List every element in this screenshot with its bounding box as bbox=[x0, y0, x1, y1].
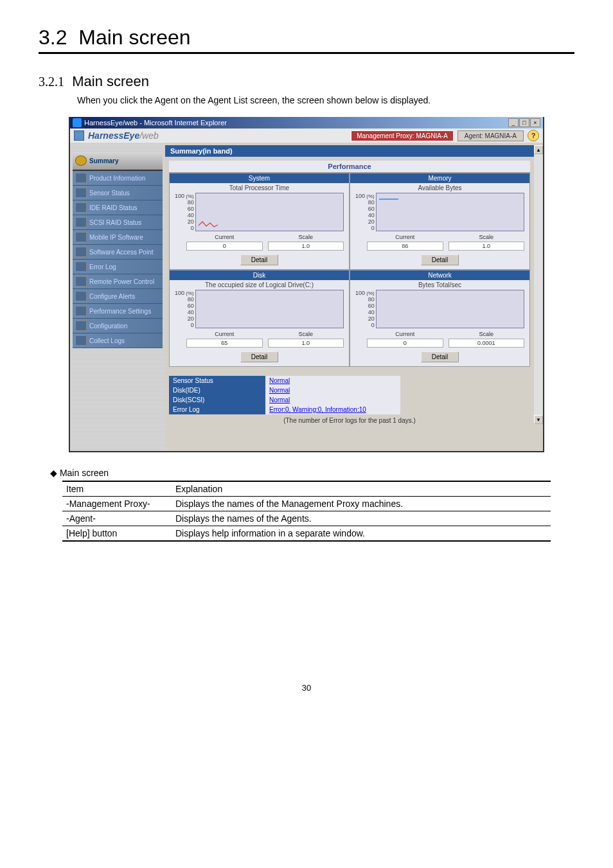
current-value: 0 bbox=[367, 339, 443, 348]
table-cell-explanation: Displays the names of the Management Pro… bbox=[172, 497, 551, 511]
y-tick: 60 bbox=[355, 303, 375, 309]
section-name: Main screen bbox=[78, 26, 190, 49]
detail-button[interactable]: Detail bbox=[421, 254, 459, 265]
status-label: Disk(IDE) bbox=[169, 385, 265, 395]
page-number: 30 bbox=[39, 683, 574, 693]
config-icon bbox=[75, 321, 87, 331]
disk-icon bbox=[75, 217, 87, 227]
maximize-button[interactable]: □ bbox=[519, 118, 529, 127]
y-tick: 100 bbox=[175, 193, 194, 199]
y-tick: 0 bbox=[355, 225, 375, 231]
table-row: Sensor StatusNormal bbox=[169, 376, 400, 385]
detail-button[interactable]: Detail bbox=[421, 351, 459, 362]
screenshot: HarnessEye/web - Microsoft Internet Expl… bbox=[69, 117, 544, 452]
current-label: Current bbox=[367, 331, 443, 337]
subsection-name: Main screen bbox=[72, 73, 149, 89]
alert-icon bbox=[75, 291, 87, 301]
sidebar-item-perf-settings[interactable]: Performance Settings bbox=[73, 304, 163, 319]
logs-note: (The number of Error logs for the past 1… bbox=[169, 417, 530, 424]
main-panel: Summary(in band) Performance System Tota… bbox=[165, 143, 543, 451]
scroll-down-icon[interactable]: ▼ bbox=[534, 415, 543, 424]
status-link[interactable]: Normal bbox=[269, 396, 290, 403]
status-label: Sensor Status bbox=[169, 376, 265, 385]
y-tick: 80 bbox=[355, 296, 375, 303]
y-tick: 80 bbox=[175, 296, 194, 303]
app-header: HarnessEye/web Management Proxy: MAGNIA-… bbox=[70, 128, 543, 143]
status-link[interactable]: Normal bbox=[269, 387, 290, 394]
sidebar-item-product-info[interactable]: Product Information bbox=[73, 171, 163, 186]
chart-header: System bbox=[170, 173, 349, 183]
disk-icon bbox=[75, 202, 87, 213]
sidebar-item-label: Product Information bbox=[89, 175, 145, 182]
status-link[interactable]: Normal bbox=[269, 377, 290, 384]
logs-icon bbox=[75, 335, 87, 346]
sidebar-item-summary[interactable]: Summary bbox=[73, 152, 163, 171]
current-label: Current bbox=[186, 234, 263, 240]
browser-window: HarnessEye/web - Microsoft Internet Expl… bbox=[69, 117, 544, 452]
sidebar-item-configure-alerts[interactable]: Configure Alerts bbox=[73, 289, 163, 304]
sidebar-item-sensor-status[interactable]: Sensor Status bbox=[73, 186, 163, 200]
minimize-button[interactable]: _ bbox=[508, 118, 519, 127]
current-label: Current bbox=[186, 331, 263, 337]
table-cell-explanation: Displays help information in a separate … bbox=[172, 526, 551, 542]
table-header-item: Item bbox=[62, 481, 172, 497]
detail-button[interactable]: Detail bbox=[240, 351, 279, 362]
status-label: Error Log bbox=[169, 405, 265, 414]
y-tick: 80 bbox=[175, 199, 194, 206]
summary-header: Summary(in band) bbox=[165, 145, 534, 157]
sidebar-item-mobile-ip[interactable]: Mobile IP Software bbox=[73, 230, 163, 245]
sidebar-item-error-log[interactable]: Error Log bbox=[73, 260, 163, 274]
current-label: Current bbox=[367, 234, 443, 240]
scroll-up-icon[interactable]: ▲ bbox=[534, 145, 543, 154]
table-cell-item: -Management Proxy- bbox=[62, 497, 172, 511]
table-cell-item: [Help] button bbox=[62, 526, 172, 542]
sidebar-item-configuration[interactable]: Configuration bbox=[73, 319, 163, 333]
table-row: [Help] button Displays help information … bbox=[62, 526, 551, 542]
sidebar-item-label: SCSI RAID Status bbox=[89, 219, 141, 226]
management-proxy-label: Management Proxy: MAGNIA-A bbox=[351, 130, 454, 141]
y-tick: 20 bbox=[355, 315, 375, 322]
sidebar-item-scsi-raid[interactable]: SCSI RAID Status bbox=[73, 215, 163, 230]
detail-button[interactable]: Detail bbox=[240, 254, 279, 265]
y-tick: 60 bbox=[355, 206, 375, 212]
product-icon bbox=[75, 173, 87, 183]
window-titlebar: HarnessEye/web - Microsoft Internet Expl… bbox=[70, 117, 543, 128]
doc-table: Item Explanation -Management Proxy- Disp… bbox=[62, 481, 551, 542]
chart-network: Network Bytes Total/sec 100 80 60 40 20 … bbox=[350, 270, 530, 367]
logo-suffix: /web bbox=[139, 130, 159, 141]
chart-header: Memory bbox=[350, 173, 529, 183]
help-button[interactable]: ? bbox=[528, 130, 539, 141]
content-scroll: Summary(in band) Performance System Tota… bbox=[165, 145, 543, 424]
mobile-icon bbox=[75, 232, 87, 242]
sidebar-item-remote-power[interactable]: Remote Power Control bbox=[73, 274, 163, 289]
subsection-number: 3.2.1 bbox=[39, 75, 64, 89]
chart-header: Disk bbox=[170, 270, 349, 280]
sidebar-item-ide-raid[interactable]: IDE RAID Status bbox=[73, 200, 163, 215]
status-link[interactable]: Error:0, Warning:0, Information:10 bbox=[269, 406, 366, 413]
warning-icon bbox=[75, 261, 87, 272]
scale-value: 1.0 bbox=[268, 242, 344, 251]
chart-plot bbox=[376, 290, 524, 328]
y-tick: 40 bbox=[355, 309, 375, 315]
close-button[interactable]: × bbox=[530, 118, 540, 127]
y-tick: 80 bbox=[355, 199, 375, 206]
sidebar-item-software-ap[interactable]: Software Access Point bbox=[73, 245, 163, 260]
section-number: 3.2 bbox=[39, 26, 67, 49]
y-tick: 100 bbox=[355, 193, 375, 199]
sidebar-item-label: Sensor Status bbox=[89, 190, 130, 197]
sidebar-item-collect-logs[interactable]: Collect Logs bbox=[73, 333, 163, 348]
chart-system: System Total Processor Time 100 80 60 40… bbox=[169, 173, 350, 270]
logo-text: HarnessEye bbox=[88, 130, 139, 141]
y-tick: 40 bbox=[355, 212, 375, 218]
logo-cube-icon bbox=[74, 130, 84, 141]
table-row: Disk(SCSI)Normal bbox=[169, 395, 400, 405]
power-icon bbox=[75, 276, 87, 287]
doc-table-caption: Main screen bbox=[60, 468, 109, 478]
scrollbar[interactable]: ▲ ▼ bbox=[534, 145, 543, 424]
chart-disk: Disk The occupied size of Logical Drive(… bbox=[169, 270, 350, 367]
y-tick: 40 bbox=[175, 309, 194, 315]
chart-plot bbox=[195, 290, 344, 328]
chart-subtitle: Available Bytes bbox=[355, 184, 524, 191]
scale-value: 1.0 bbox=[449, 242, 525, 251]
performance-grid: System Total Processor Time 100 80 60 40… bbox=[169, 173, 530, 367]
